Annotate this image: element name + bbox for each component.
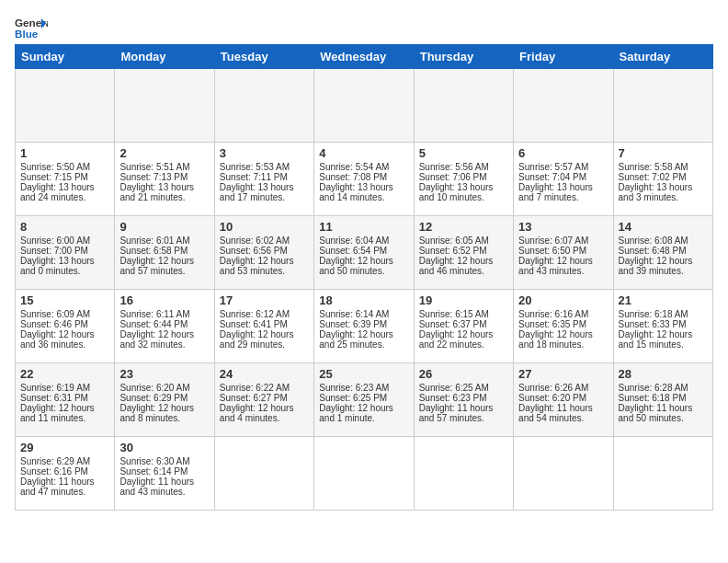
day-info: Sunset: 6:46 PM <box>20 319 109 329</box>
day-info: and 17 minutes. <box>220 192 309 202</box>
day-info: and 8 minutes. <box>119 413 209 423</box>
calendar-week-row <box>16 69 713 143</box>
calendar-cell: 13Sunrise: 6:07 AMSunset: 6:50 PMDayligh… <box>514 216 613 290</box>
day-number: 16 <box>119 293 209 307</box>
day-number: 7 <box>619 146 708 160</box>
calendar-cell: 14Sunrise: 6:08 AMSunset: 6:48 PMDayligh… <box>613 216 712 290</box>
day-number: 17 <box>220 293 309 307</box>
day-info: Sunset: 6:35 PM <box>518 319 608 329</box>
calendar-cell: 6Sunrise: 5:57 AMSunset: 7:04 PMDaylight… <box>514 143 613 216</box>
day-header-thursday: Thursday <box>414 45 513 69</box>
day-info: Sunrise: 6:23 AM <box>319 383 408 393</box>
day-info: Sunrise: 6:02 AM <box>220 236 309 246</box>
day-info: and 29 minutes. <box>220 339 309 350</box>
day-number: 5 <box>419 146 508 160</box>
day-info: Daylight: 13 hours <box>119 182 209 192</box>
day-info: Sunset: 6:31 PM <box>20 393 109 403</box>
day-info: Sunset: 6:52 PM <box>419 246 508 256</box>
day-header-wednesday: Wednesday <box>314 45 414 69</box>
day-info: Sunrise: 6:05 AM <box>419 236 508 246</box>
day-info: and 24 minutes. <box>20 192 109 202</box>
day-number: 15 <box>20 293 109 307</box>
calendar-cell <box>514 437 613 511</box>
day-info: Daylight: 13 hours <box>319 182 408 192</box>
logo-icon: General Blue <box>15 15 48 40</box>
day-number: 19 <box>419 293 508 307</box>
day-info: Sunset: 6:29 PM <box>119 393 209 403</box>
calendar-week-row: 1Sunrise: 5:50 AMSunset: 7:15 PMDaylight… <box>16 143 713 216</box>
calendar-cell <box>414 69 513 143</box>
calendar-cell <box>314 437 414 511</box>
day-info: Sunrise: 5:51 AM <box>119 162 209 172</box>
day-info: Sunset: 7:15 PM <box>20 172 109 182</box>
day-info: and 22 minutes. <box>419 339 508 350</box>
day-info: and 43 minutes. <box>119 487 209 497</box>
day-info: Daylight: 12 hours <box>518 329 608 339</box>
day-info: Sunset: 7:04 PM <box>518 172 608 182</box>
day-info: and 25 minutes. <box>319 339 408 350</box>
calendar-cell: 28Sunrise: 6:28 AMSunset: 6:18 PMDayligh… <box>613 363 712 437</box>
day-info: Sunrise: 6:19 AM <box>20 383 109 393</box>
day-info: Sunrise: 5:54 AM <box>319 162 408 172</box>
calendar-cell: 21Sunrise: 6:18 AMSunset: 6:33 PMDayligh… <box>613 290 712 363</box>
day-info: Sunset: 6:18 PM <box>619 393 708 403</box>
day-number: 29 <box>20 441 109 454</box>
day-info: and 53 minutes. <box>220 266 309 276</box>
day-info: Daylight: 12 hours <box>119 403 209 413</box>
day-info: Daylight: 11 hours <box>518 403 608 413</box>
calendar-cell: 18Sunrise: 6:14 AMSunset: 6:39 PMDayligh… <box>314 290 414 363</box>
day-number: 21 <box>619 293 708 307</box>
day-header-sunday: Sunday <box>16 45 115 69</box>
day-info: and 46 minutes. <box>419 266 508 276</box>
day-info: and 7 minutes. <box>518 192 608 202</box>
calendar-cell: 16Sunrise: 6:11 AMSunset: 6:44 PMDayligh… <box>115 290 214 363</box>
day-info: and 43 minutes. <box>518 266 608 276</box>
day-number: 18 <box>319 293 408 307</box>
day-header-friday: Friday <box>514 45 613 69</box>
day-info: and 21 minutes. <box>119 192 209 202</box>
day-info: and 14 minutes. <box>319 192 408 202</box>
calendar-cell: 7Sunrise: 5:58 AMSunset: 7:02 PMDaylight… <box>613 143 712 216</box>
day-number: 4 <box>319 146 408 160</box>
calendar-cell <box>115 69 214 143</box>
calendar-cell: 10Sunrise: 6:02 AMSunset: 6:56 PMDayligh… <box>214 216 313 290</box>
calendar-cell: 9Sunrise: 6:01 AMSunset: 6:58 PMDaylight… <box>115 216 214 290</box>
svg-text:Blue: Blue <box>15 28 39 40</box>
day-number: 9 <box>119 220 209 234</box>
day-info: Sunset: 6:50 PM <box>518 246 608 256</box>
day-info: Sunrise: 6:07 AM <box>518 236 608 246</box>
day-info: Sunrise: 6:30 AM <box>119 456 209 466</box>
day-info: Sunrise: 5:53 AM <box>220 162 309 172</box>
day-info: Sunset: 6:14 PM <box>119 466 209 477</box>
day-info: Sunrise: 6:01 AM <box>119 236 209 246</box>
day-info: Sunrise: 6:26 AM <box>518 383 608 393</box>
logo: General Blue <box>15 15 48 40</box>
day-header-tuesday: Tuesday <box>214 45 313 69</box>
day-info: Daylight: 13 hours <box>419 182 508 192</box>
day-info: Sunrise: 6:12 AM <box>220 309 309 319</box>
day-number: 28 <box>619 367 708 381</box>
day-info: Sunrise: 6:20 AM <box>119 383 209 393</box>
day-info: Sunset: 6:41 PM <box>220 319 309 329</box>
day-info: Sunrise: 6:22 AM <box>220 383 309 393</box>
day-info: and 47 minutes. <box>20 487 109 497</box>
day-number: 12 <box>419 220 508 234</box>
day-info: and 39 minutes. <box>619 266 708 276</box>
day-info: Daylight: 12 hours <box>619 329 708 339</box>
day-number: 30 <box>119 441 209 454</box>
day-info: Daylight: 12 hours <box>619 256 708 266</box>
day-info: and 57 minutes. <box>419 413 508 423</box>
day-number: 6 <box>518 146 608 160</box>
calendar-cell <box>613 437 712 511</box>
day-info: Sunrise: 5:50 AM <box>20 162 109 172</box>
calendar-cell: 23Sunrise: 6:20 AMSunset: 6:29 PMDayligh… <box>115 363 214 437</box>
day-number: 2 <box>119 146 209 160</box>
day-info: Sunset: 6:37 PM <box>419 319 508 329</box>
day-number: 11 <box>319 220 408 234</box>
calendar-cell <box>514 69 613 143</box>
calendar-cell: 12Sunrise: 6:05 AMSunset: 6:52 PMDayligh… <box>414 216 513 290</box>
day-number: 23 <box>119 367 209 381</box>
day-info: Sunset: 6:16 PM <box>20 466 109 477</box>
calendar-table: SundayMondayTuesdayWednesdayThursdayFrid… <box>15 44 713 511</box>
calendar-cell: 20Sunrise: 6:16 AMSunset: 6:35 PMDayligh… <box>514 290 613 363</box>
